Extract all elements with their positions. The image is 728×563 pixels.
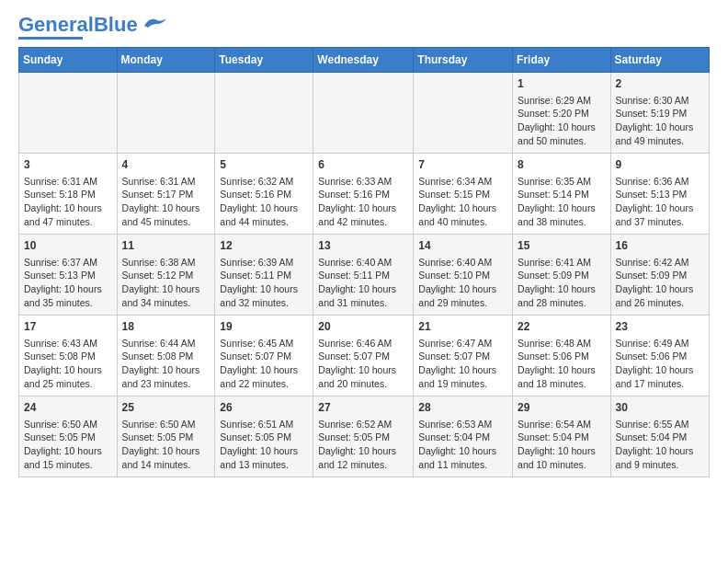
calendar-cell: 20Sunrise: 6:46 AMSunset: 5:07 PMDayligh… — [313, 316, 414, 396]
page-header: GeneralBlue — [18, 15, 710, 40]
day-info: Sunrise: 6:30 AM — [616, 94, 704, 108]
day-info: Daylight: 10 hours — [24, 201, 112, 215]
day-number: 24 — [24, 400, 112, 416]
day-info: Sunrise: 6:33 AM — [318, 175, 408, 189]
calendar-cell: 12Sunrise: 6:39 AMSunset: 5:11 PMDayligh… — [215, 235, 313, 316]
day-info: Daylight: 10 hours — [518, 363, 606, 377]
day-info: Sunrise: 6:49 AM — [616, 337, 704, 350]
day-info: Sunrise: 6:38 AM — [122, 256, 210, 270]
day-number: 28 — [418, 400, 507, 416]
day-info: Daylight: 10 hours — [518, 121, 606, 134]
calendar-cell: 29Sunrise: 6:54 AMSunset: 5:04 PMDayligh… — [513, 396, 611, 477]
day-info: and 31 minutes. — [318, 296, 408, 310]
day-info: and 35 minutes. — [24, 296, 112, 310]
day-info: Daylight: 10 hours — [318, 444, 408, 458]
calendar-cell: 17Sunrise: 6:43 AMSunset: 5:08 PMDayligh… — [19, 316, 118, 396]
day-info: Sunrise: 6:46 AM — [318, 337, 408, 350]
day-info: Daylight: 10 hours — [616, 282, 704, 296]
day-info: and 45 minutes. — [122, 215, 210, 229]
day-info: and 10 minutes. — [518, 458, 606, 472]
week-row-1: 1Sunrise: 6:29 AMSunset: 5:20 PMDaylight… — [19, 73, 710, 154]
day-info: Sunrise: 6:55 AM — [616, 418, 704, 431]
day-info: Sunset: 5:06 PM — [616, 350, 704, 363]
day-info: Sunrise: 6:44 AM — [122, 337, 210, 350]
day-info: and 17 minutes. — [616, 377, 704, 391]
day-number: 21 — [418, 319, 507, 335]
calendar-cell: 28Sunrise: 6:53 AMSunset: 5:04 PMDayligh… — [414, 396, 513, 477]
day-info: Sunset: 5:07 PM — [220, 350, 308, 363]
day-info: Daylight: 10 hours — [24, 282, 112, 296]
day-info: Sunrise: 6:52 AM — [318, 418, 408, 431]
day-info: Sunrise: 6:37 AM — [24, 256, 112, 270]
day-number: 17 — [24, 319, 112, 335]
calendar-cell — [313, 73, 414, 154]
calendar-cell — [215, 73, 313, 154]
day-number: 15 — [518, 238, 606, 254]
header-row: SundayMondayTuesdayWednesdayThursdayFrid… — [19, 48, 710, 73]
day-info: Sunrise: 6:39 AM — [220, 256, 308, 270]
day-info: and 20 minutes. — [318, 377, 408, 391]
day-info: Sunrise: 6:48 AM — [518, 337, 606, 350]
day-number: 27 — [318, 400, 408, 416]
day-number: 7 — [418, 157, 507, 173]
day-info: Sunset: 5:07 PM — [318, 350, 408, 363]
day-info: Sunrise: 6:40 AM — [318, 256, 408, 270]
day-info: and 26 minutes. — [616, 296, 704, 310]
day-info: Daylight: 10 hours — [616, 444, 704, 458]
calendar-cell: 6Sunrise: 6:33 AMSunset: 5:16 PMDaylight… — [313, 154, 414, 235]
day-info: Daylight: 10 hours — [616, 201, 704, 215]
day-number: 14 — [418, 238, 507, 254]
calendar-cell: 18Sunrise: 6:44 AMSunset: 5:08 PMDayligh… — [117, 316, 215, 396]
day-info: and 25 minutes. — [24, 377, 112, 391]
day-info: Daylight: 10 hours — [616, 121, 704, 134]
day-number: 4 — [122, 157, 210, 173]
day-info: Sunset: 5:09 PM — [616, 269, 704, 282]
calendar-table: SundayMondayTuesdayWednesdayThursdayFrid… — [18, 47, 710, 477]
day-info: Daylight: 10 hours — [122, 444, 210, 458]
day-info: and 15 minutes. — [24, 458, 112, 472]
day-info: and 38 minutes. — [518, 215, 606, 229]
day-number: 26 — [220, 400, 308, 416]
day-info: and 13 minutes. — [220, 458, 308, 472]
day-info: Daylight: 10 hours — [518, 201, 606, 215]
day-info: Sunset: 5:20 PM — [518, 107, 606, 121]
day-number: 6 — [318, 157, 408, 173]
day-number: 8 — [518, 157, 606, 173]
day-info: Daylight: 10 hours — [318, 201, 408, 215]
col-header-tuesday: Tuesday — [215, 48, 313, 73]
day-info: Sunrise: 6:40 AM — [418, 256, 507, 270]
logo-general: General — [18, 13, 94, 36]
day-info: and 37 minutes. — [616, 215, 704, 229]
calendar-cell: 15Sunrise: 6:41 AMSunset: 5:09 PMDayligh… — [513, 235, 611, 316]
calendar-cell — [117, 73, 215, 154]
day-info: Daylight: 10 hours — [318, 282, 408, 296]
col-header-monday: Monday — [117, 48, 215, 73]
day-info: Sunset: 5:07 PM — [418, 350, 507, 363]
day-info: and 19 minutes. — [418, 377, 507, 391]
day-number: 10 — [24, 238, 112, 254]
day-info: Sunset: 5:04 PM — [418, 431, 507, 444]
calendar-cell — [19, 73, 118, 154]
day-info: Sunset: 5:19 PM — [616, 107, 704, 121]
day-info: Sunrise: 6:42 AM — [616, 256, 704, 270]
day-info: Sunset: 5:11 PM — [318, 269, 408, 282]
day-info: Sunrise: 6:53 AM — [418, 418, 507, 431]
day-info: Sunrise: 6:31 AM — [24, 175, 112, 189]
day-number: 30 — [616, 400, 704, 416]
day-info: Sunrise: 6:47 AM — [418, 337, 507, 350]
day-info: and 12 minutes. — [318, 458, 408, 472]
day-info: Sunset: 5:13 PM — [616, 188, 704, 201]
day-info: and 28 minutes. — [518, 296, 606, 310]
day-info: Sunrise: 6:51 AM — [220, 418, 308, 431]
calendar-cell: 24Sunrise: 6:50 AMSunset: 5:05 PMDayligh… — [19, 396, 118, 477]
day-info: Sunrise: 6:50 AM — [122, 418, 210, 431]
day-info: Daylight: 10 hours — [616, 363, 704, 377]
logo-bird-icon — [141, 15, 166, 31]
day-info: Sunset: 5:12 PM — [122, 269, 210, 282]
day-info: and 9 minutes. — [616, 458, 704, 472]
calendar-body: 1Sunrise: 6:29 AMSunset: 5:20 PMDaylight… — [19, 73, 710, 477]
week-row-2: 3Sunrise: 6:31 AMSunset: 5:18 PMDaylight… — [19, 154, 710, 235]
day-info: Daylight: 10 hours — [220, 201, 308, 215]
day-info: and 49 minutes. — [616, 134, 704, 148]
day-info: and 44 minutes. — [220, 215, 308, 229]
